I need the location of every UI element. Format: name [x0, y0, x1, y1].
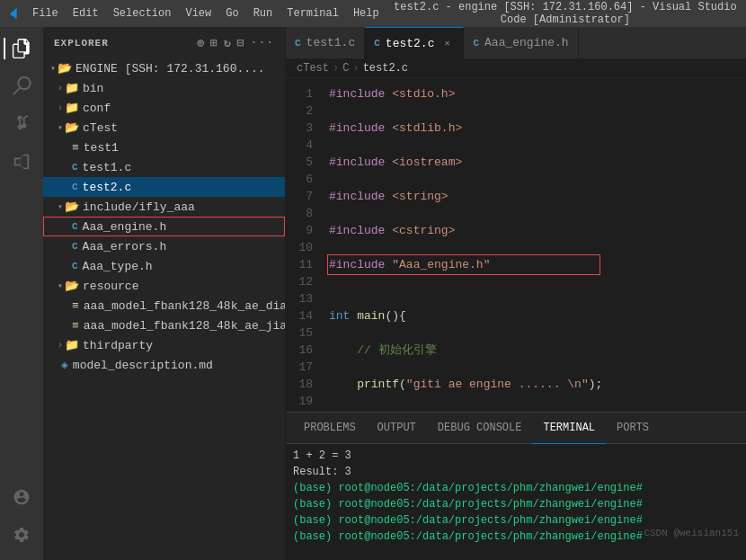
tree-item-model-desc[interactable]: ◈model_description.md [43, 355, 285, 375]
terminal-tabs-bar: PROBLEMS OUTPUT DEBUG CONSOLE TERMINAL P… [286, 413, 746, 444]
terminal-tab-output[interactable]: OUTPUT [367, 413, 427, 444]
menu-file[interactable]: File [27, 5, 64, 22]
menu-run[interactable]: Run [248, 5, 279, 22]
tree-item-engine-root[interactable]: ▾📂ENGINE [SSH: 172.31.160.... [43, 58, 285, 78]
breadcrumb-ctest[interactable]: cTest [297, 62, 329, 75]
c-file-icon-aaa-engine: C [72, 221, 78, 232]
window-title: test2.c - engine [SSH: 172.31.160.64] - … [392, 1, 739, 26]
sidebar-tree: ▾📂ENGINE [SSH: 172.31.160....›📁bin›📁conf… [43, 58, 285, 560]
plain-file-icon-test1: ≡ [72, 141, 79, 155]
md-file-icon-model-desc: ◈ [61, 358, 68, 372]
line-num-6: 6 [286, 171, 313, 188]
breadcrumb-c[interactable]: C [342, 62, 349, 75]
terminal-line-4: (base) root@node05:/data/projects/phm/zh… [293, 512, 739, 529]
activity-extensions[interactable] [4, 144, 40, 180]
tree-item-include-ifly[interactable]: ▾📂include/ifly_aaa [43, 197, 285, 217]
terminal-tab-debug[interactable]: DEBUG CONSOLE [427, 413, 533, 444]
activity-bar [0, 27, 43, 560]
code-line-9: // 初始化引擎 [329, 342, 746, 359]
line-num-8: 8 [286, 205, 313, 222]
terminal-line-0: 1 + 2 = 3 [293, 448, 739, 464]
terminal-tab-ports[interactable]: PORTS [606, 413, 660, 444]
line-numbers: 123456789101112131415161718192021 [286, 78, 322, 412]
c-file-icon-h: C [473, 38, 479, 49]
tree-item-label-engine-root: ENGINE [SSH: 172.31.160.... [75, 62, 265, 76]
line-num-14: 14 [286, 307, 313, 324]
line-num-18: 18 [286, 376, 313, 393]
tree-item-label-thirdparty: thirdparty [83, 339, 153, 352]
tab-test1c[interactable]: C test1.c [286, 27, 365, 58]
more-icon[interactable]: ··· [251, 36, 274, 50]
line-num-9: 9 [286, 222, 313, 239]
terminal-content[interactable]: 1 + 2 = 3Result: 3(base) root@node05:/da… [286, 444, 746, 560]
tree-item-bin[interactable]: ›📁bin [43, 78, 285, 98]
folder-chevron-engine-root: ▾ [50, 63, 56, 74]
menu-selection[interactable]: Selection [108, 5, 177, 22]
line-num-1: 1 [286, 85, 313, 102]
code-editor: 123456789101112131415161718192021 #inclu… [286, 78, 746, 412]
tree-item-label-bin: bin [83, 82, 103, 95]
folder-chevron-resource: ▾ [58, 280, 63, 291]
tree-item-label-aaa-type: Aaa_type.h [83, 260, 153, 273]
activity-source-control[interactable] [4, 106, 40, 142]
editor-area: C test1.c C test2.c ✕ C Aaa_engine.h cTe… [286, 27, 746, 560]
main-layout: EXPLORER ⊕ ⊞ ↻ ⊟ ··· ▾📂ENGINE [SSH: 172.… [0, 27, 746, 560]
tree-item-model1[interactable]: ≡aaa_model_fbank128_48k_ae_dianji... [43, 296, 285, 316]
watermark: CSDN @weisian151 [644, 528, 739, 538]
line-num-10: 10 [286, 239, 313, 256]
code-line-3: #include <iostream> [329, 154, 746, 171]
activity-account[interactable] [4, 479, 40, 515]
model-file-icon-model1: ≡ [72, 299, 79, 313]
activity-settings[interactable] [4, 517, 40, 553]
tree-item-resource[interactable]: ▾📂resource [43, 276, 285, 296]
menu-terminal[interactable]: Terminal [281, 5, 344, 22]
tree-item-test1c[interactable]: Ctest1.c [43, 157, 285, 177]
sidebar-header: EXPLORER ⊕ ⊞ ↻ ⊟ ··· [43, 27, 285, 58]
terminal-line-3: (base) root@node05:/data/projects/phm/zh… [293, 496, 739, 512]
new-folder-icon[interactable]: ⊞ [210, 36, 218, 50]
tree-item-test2c[interactable]: Ctest2.c [43, 177, 285, 197]
refresh-icon[interactable]: ↻ [224, 36, 232, 50]
menu-view[interactable]: View [180, 5, 217, 22]
c-file-icon-test1c: C [72, 162, 78, 173]
collapse-icon[interactable]: ⊟ [237, 36, 245, 50]
breadcrumb-sep2: › [352, 62, 359, 75]
code-content[interactable]: #include <stdio.h> #include <stdlib.h> #… [322, 78, 746, 412]
tree-item-label-test1c: test1.c [83, 161, 132, 174]
tab-close-icon[interactable]: ✕ [440, 36, 454, 50]
code-line-10: printf("giti ae engine ...... \n"); [329, 376, 746, 393]
terminal-tab-terminal[interactable]: TERMINAL [532, 413, 606, 444]
menu-go[interactable]: Go [220, 5, 244, 22]
c-file-icon-test2c: C [72, 182, 78, 192]
tree-item-aaa-engine[interactable]: CAaa_engine.h [43, 217, 285, 236]
code-line-7 [329, 273, 746, 290]
line-num-16: 16 [286, 342, 313, 359]
tree-item-ctest[interactable]: ▾📂cTest [43, 118, 285, 138]
terminal-tab-problems[interactable]: PROBLEMS [293, 413, 367, 444]
new-file-icon[interactable]: ⊕ [197, 36, 205, 50]
activity-explorer[interactable] [4, 31, 40, 67]
c-file-icon-active: C [374, 38, 380, 49]
tree-item-label-aaa-errors: Aaa_errors.h [83, 240, 167, 253]
tree-item-conf[interactable]: ›📁conf [43, 98, 285, 118]
tree-item-aaa-type[interactable]: CAaa_type.h [43, 256, 285, 276]
breadcrumb-file[interactable]: test2.c [363, 62, 408, 75]
line-num-13: 13 [286, 290, 313, 307]
code-line-8: int main(){ [329, 307, 746, 324]
tree-item-label-model2: aaa_model_fbank128_48k_ae_jians... [84, 319, 285, 333]
folder-icon-thirdparty: 📁 [65, 338, 79, 352]
tab-aaa-engine[interactable]: C Aaa_engine.h [464, 27, 578, 58]
menu-bar: File Edit Selection View Go Run Terminal… [27, 5, 385, 22]
sidebar: EXPLORER ⊕ ⊞ ↻ ⊟ ··· ▾📂ENGINE [SSH: 172.… [43, 27, 286, 560]
menu-edit[interactable]: Edit [67, 5, 104, 22]
tree-item-model2[interactable]: ≡aaa_model_fbank128_48k_ae_jians... [43, 316, 285, 335]
tree-item-thirdparty[interactable]: ›📁thirdparty [43, 335, 285, 355]
folder-icon-conf: 📁 [65, 101, 79, 115]
activity-search[interactable] [4, 68, 40, 104]
tree-item-label-test2c: test2.c [83, 181, 132, 194]
tree-item-aaa-errors[interactable]: CAaa_errors.h [43, 236, 285, 256]
menu-help[interactable]: Help [348, 5, 385, 22]
tree-item-test1[interactable]: ≡test1 [43, 138, 285, 157]
code-line-5: #include <cstring> [329, 222, 746, 239]
tab-test2c[interactable]: C test2.c ✕ [365, 27, 464, 58]
